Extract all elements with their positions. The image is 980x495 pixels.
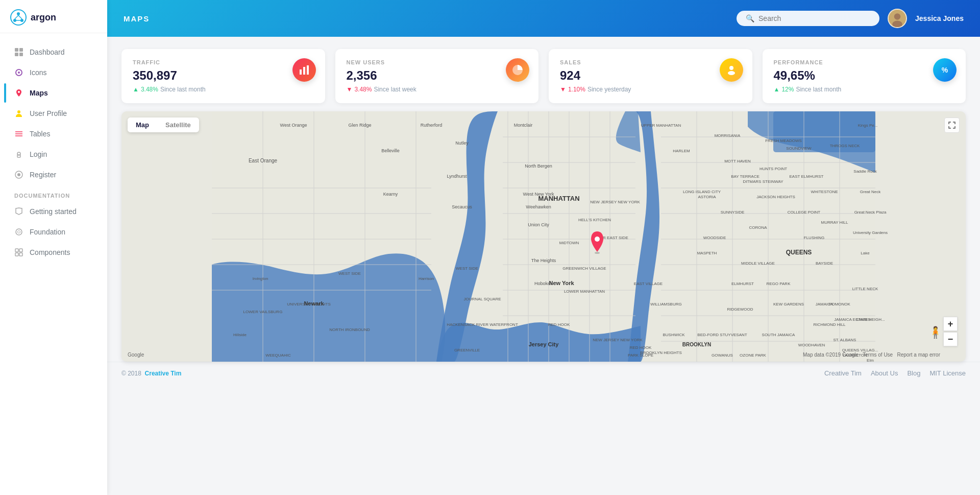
sidebar-label-user-profile: User Profile xyxy=(30,109,67,117)
sidebar-label-dashboard: Dashboard xyxy=(30,48,65,56)
svg-text:West New York: West New York xyxy=(523,192,554,197)
footer-brand[interactable]: Creative Tim xyxy=(145,370,182,377)
search-input[interactable] xyxy=(758,14,870,22)
stat-label: NEW USERS xyxy=(347,59,528,65)
svg-text:ELMHURST: ELMHURST xyxy=(731,281,754,286)
footer-link-about[interactable]: About Us xyxy=(871,369,898,377)
foundation-icon xyxy=(14,227,23,237)
sidebar-label-icons: Icons xyxy=(30,68,46,77)
zoom-controls: + − xyxy=(943,317,958,346)
tables-icon xyxy=(14,129,23,138)
sidebar-item-components[interactable]: Components xyxy=(4,243,103,262)
sidebar-item-dashboard[interactable]: Dashboard xyxy=(4,42,103,62)
svg-rect-32 xyxy=(307,65,309,75)
sidebar-item-foundation[interactable]: Foundation xyxy=(4,222,103,242)
stat-icon xyxy=(720,58,743,82)
svg-text:FLUSHING: FLUSHING xyxy=(804,235,824,240)
svg-text:MOTT HAVEN: MOTT HAVEN xyxy=(724,159,751,163)
svg-text:NORTH IRONBOUND: NORTH IRONBOUND xyxy=(329,327,370,332)
stat-change: ▲ 3.48% Since last month xyxy=(133,86,314,93)
svg-text:EAST VILLAGE: EAST VILLAGE xyxy=(634,281,663,286)
copyright: © 2018 Creative Tim xyxy=(121,370,181,377)
svg-text:OZONE PARK: OZONE PARK xyxy=(740,353,767,358)
zoom-out-button[interactable]: − xyxy=(943,332,958,346)
sidebar-item-maps[interactable]: Maps xyxy=(4,83,103,103)
svg-text:ST. ALBANS: ST. ALBANS xyxy=(834,338,856,342)
svg-text:Elm: Elm xyxy=(867,358,874,362)
change-value: 3.48% xyxy=(141,86,158,93)
svg-rect-10 xyxy=(19,53,23,56)
sidebar-item-tables[interactable]: Tables xyxy=(4,124,103,144)
change-arrow: ▲ xyxy=(133,86,139,93)
svg-text:DITMARS STEINWAY: DITMARS STEINWAY xyxy=(743,179,783,184)
stat-value: 2,356 xyxy=(347,68,528,83)
svg-rect-9 xyxy=(15,53,18,56)
svg-text:RIDGEWOOD: RIDGEWOOD xyxy=(727,307,753,312)
street-view-person[interactable]: 🧍 xyxy=(928,326,942,339)
search-icon: 🔍 xyxy=(746,14,754,22)
avatar[interactable] xyxy=(888,9,907,28)
svg-text:Rutherford: Rutherford xyxy=(421,123,443,128)
sidebar-section-documentation: DOCUMENTATION xyxy=(0,185,107,201)
footer-link-blog[interactable]: Blog xyxy=(907,369,920,377)
user-name: Jessica Jones xyxy=(915,14,964,22)
stat-card-traffic: TRAFFIC 350,897 ▲ 3.48% Since last month xyxy=(121,49,325,103)
sidebar-label-components: Components xyxy=(30,248,70,256)
sidebar-item-getting-started[interactable]: Getting started xyxy=(4,202,103,221)
svg-text:BAY TERRACE: BAY TERRACE xyxy=(731,174,760,179)
svg-text:%: % xyxy=(942,66,948,74)
stat-value: 350,897 xyxy=(133,68,314,83)
map-tab-map[interactable]: Map xyxy=(128,117,157,132)
svg-text:Weehawken: Weehawken xyxy=(526,204,551,209)
svg-text:Hoboken: Hoboken xyxy=(534,281,553,286)
svg-point-34 xyxy=(728,71,735,75)
map-tab-satellite[interactable]: Satellite xyxy=(157,117,199,132)
svg-text:Montclair: Montclair xyxy=(514,123,533,128)
svg-point-173 xyxy=(595,237,600,242)
stat-card-performance: PERFORMANCE 49,65% ▲ 12% Since last mont… xyxy=(763,49,966,103)
expand-button[interactable] xyxy=(944,117,960,133)
dashboard-icon xyxy=(14,48,23,57)
svg-rect-24 xyxy=(19,249,22,252)
footer-link-creative-tim[interactable]: Creative Tim xyxy=(824,369,862,377)
stat-value: 924 xyxy=(560,68,741,83)
svg-text:WEEQUAHIC: WEEQUAHIC xyxy=(265,353,291,358)
svg-text:Kearny: Kearny xyxy=(383,192,398,197)
svg-rect-8 xyxy=(19,48,23,52)
svg-text:BED-FORD STUYVESANT: BED-FORD STUYVESANT xyxy=(697,333,747,337)
zoom-in-button[interactable]: + xyxy=(943,317,958,331)
svg-point-1 xyxy=(17,12,20,15)
svg-text:University Gardens: University Gardens xyxy=(853,230,888,235)
svg-text:UNIVERSITY HEIGHTS: UNIVERSITY HEIGHTS xyxy=(287,302,331,307)
sidebar: argon DashboardIconsMapsUser ProfileTabl… xyxy=(0,0,107,495)
sidebar-item-icons[interactable]: Icons xyxy=(4,63,103,82)
sidebar-nav: DashboardIconsMapsUser ProfileTablesLogi… xyxy=(0,33,107,495)
svg-rect-26 xyxy=(19,253,22,256)
svg-text:RED HOOK: RED HOOK xyxy=(548,322,570,327)
footer-link-mit[interactable]: MIT License xyxy=(929,369,966,377)
header: MAPS 🔍 Jessica Jones xyxy=(107,0,980,37)
change-arrow: ▼ xyxy=(560,86,566,93)
svg-text:PARK SLOPE: PARK SLOPE xyxy=(628,353,653,358)
svg-point-0 xyxy=(11,10,26,25)
change-label: Since last month xyxy=(796,86,841,93)
svg-point-12 xyxy=(18,72,20,74)
sidebar-item-user-profile[interactable]: User Profile xyxy=(4,104,103,123)
svg-text:POMONOK: POMONOK xyxy=(829,302,850,307)
stat-icon xyxy=(292,58,316,82)
svg-text:GREENWICH VILLAGE: GREENWICH VILLAGE xyxy=(562,266,606,271)
sidebar-label-tables: Tables xyxy=(30,130,50,138)
svg-text:RICHMOND HILL: RICHMOND HILL xyxy=(813,322,846,327)
svg-text:Hillside: Hillside xyxy=(233,333,247,337)
svg-point-14 xyxy=(17,110,20,113)
sidebar-item-register[interactable]: Register xyxy=(4,165,103,184)
sidebar-item-login[interactable]: Login xyxy=(4,145,103,164)
svg-text:EAST ELMHURST: EAST ELMHURST xyxy=(790,174,824,179)
main-content: MAPS 🔍 Jessica Jones TRAFFIC 350,897 ▲ xyxy=(107,0,980,495)
content-area: TRAFFIC 350,897 ▲ 3.48% Since last month… xyxy=(107,37,980,495)
svg-point-29 xyxy=(892,20,902,28)
svg-point-13 xyxy=(18,91,20,93)
svg-text:JOURNAL SQUARE: JOURNAL SQUARE xyxy=(463,297,501,301)
stat-icon: % xyxy=(933,58,957,82)
svg-text:North Bergen: North Bergen xyxy=(525,163,552,169)
